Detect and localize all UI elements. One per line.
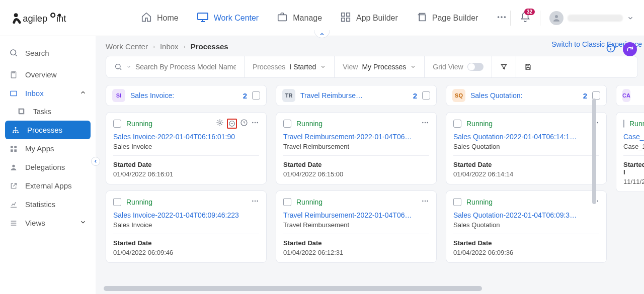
- sidebar-label: Processes: [27, 126, 62, 134]
- nav-app-builder[interactable]: App Builder: [340, 12, 398, 25]
- column-checkbox[interactable]: [252, 91, 260, 100]
- nav-page-builder[interactable]: Page Builder: [416, 12, 478, 25]
- filter-button[interactable]: [492, 56, 516, 77]
- column-header[interactable]: SI Sales Invoice: 2: [106, 85, 267, 106]
- column-badge: TR: [282, 89, 295, 102]
- save-button[interactable]: [516, 56, 540, 77]
- card-checkbox[interactable]: [453, 198, 461, 206]
- more-vertical-icon[interactable]: [251, 197, 259, 207]
- kanban-column: SQ Sales Quotation: 2 Running Sales Quot…: [446, 85, 607, 263]
- card-title[interactable]: Travel Reimbursement-2022-01-04T06…: [283, 133, 429, 141]
- process-card[interactable]: Running Travel Reimbursement-2022-01-04T…: [276, 190, 437, 263]
- process-card[interactable]: Running Case_1 Case_10 Started I 11/11/2: [616, 112, 644, 192]
- user-menu[interactable]: [549, 11, 634, 25]
- started-date-label: Started Date: [283, 161, 429, 168]
- column-count: 2: [583, 91, 587, 100]
- svg-rect-10: [347, 18, 350, 21]
- sidebar-item-external-apps[interactable]: External Apps: [0, 176, 96, 195]
- process-card[interactable]: Running Sales Invoice-2022-01-04T06:16:0…: [106, 112, 267, 184]
- sidebar-search[interactable]: Search: [0, 44, 96, 65]
- card-title[interactable]: Sales Quotation-2022-01-04T06:14:1…: [453, 133, 599, 141]
- process-card[interactable]: Running Travel Reimbursement-2022-01-04T…: [276, 112, 437, 184]
- nav-home[interactable]: Home: [141, 12, 179, 25]
- sidebar-item-overview[interactable]: Overview: [0, 65, 96, 84]
- svg-rect-26: [14, 146, 17, 148]
- sidebar-label: Inbox: [25, 89, 44, 97]
- card-subtitle: Sales Invoice: [113, 143, 259, 156]
- column-header[interactable]: CA Cas: [616, 85, 644, 106]
- toggle-switch[interactable]: [467, 63, 484, 71]
- column-checkbox[interactable]: [422, 91, 430, 100]
- started-date-value: 01/04/2022 06:15:00: [283, 170, 429, 178]
- search-icon: [9, 48, 18, 57]
- vertical-scrollbar[interactable]: [592, 99, 596, 249]
- sidebar-label: Overview: [25, 70, 57, 79]
- svg-point-13: [501, 16, 503, 18]
- sidebar-item-inbox[interactable]: Inbox: [0, 84, 96, 103]
- svg-point-44: [422, 201, 423, 202]
- notifications-button[interactable]: 32: [520, 12, 531, 25]
- nav-label: App Builder: [356, 14, 398, 23]
- started-date-value: 11/11/2: [623, 178, 644, 185]
- more-vertical-icon[interactable]: [251, 119, 259, 129]
- toolbar-search[interactable]: [106, 56, 244, 77]
- sidebar-item-views[interactable]: Views: [0, 214, 96, 232]
- card-checkbox[interactable]: [283, 198, 291, 206]
- crumb-inbox[interactable]: Inbox: [160, 42, 179, 51]
- sidebar-item-processes[interactable]: Processes: [5, 121, 91, 139]
- grid-view-toggle[interactable]: Grid View: [424, 56, 491, 77]
- flow-icon[interactable]: [216, 119, 224, 129]
- card-title[interactable]: Sales Invoice-2022-01-04T06:09:46:223: [113, 211, 259, 219]
- refresh-button[interactable]: [623, 42, 637, 56]
- svg-rect-28: [14, 149, 17, 152]
- card-checkbox[interactable]: [283, 120, 291, 128]
- history-icon[interactable]: [240, 119, 248, 129]
- svg-point-41: [422, 122, 423, 123]
- crumb-work-center[interactable]: Work Center: [106, 42, 148, 51]
- sidebar-label: Delegations: [25, 163, 65, 171]
- card-checkbox[interactable]: [113, 198, 121, 206]
- sidebar-label: Tasks: [33, 108, 51, 116]
- process-search-input[interactable]: [135, 63, 236, 71]
- card-checkbox[interactable]: [623, 120, 624, 128]
- sidebar-item-statistics[interactable]: Statistics: [0, 195, 96, 214]
- horizontal-scrollbar[interactable]: [104, 286, 644, 291]
- chevron-down-icon: [126, 64, 131, 69]
- column-title: Travel Reimburse…: [300, 91, 406, 100]
- card-title[interactable]: Case_1: [623, 133, 644, 141]
- suspend-button[interactable]: [227, 119, 237, 129]
- filter-view[interactable]: View My Processes: [334, 56, 424, 77]
- info-button[interactable]: [606, 43, 616, 55]
- nav-manage[interactable]: Manage: [277, 12, 322, 25]
- started-date-label: Started Date: [113, 239, 259, 247]
- chevron-down-icon: [410, 64, 416, 70]
- column-header[interactable]: SQ Sales Quotation: 2: [446, 85, 607, 106]
- nav-more[interactable]: [496, 12, 507, 25]
- started-date-label: Started Date: [113, 161, 259, 168]
- avatar: [549, 11, 564, 25]
- more-vertical-icon[interactable]: [421, 197, 429, 207]
- chevron-down-icon: [320, 64, 326, 70]
- list-icon: [9, 219, 18, 227]
- process-card[interactable]: Running Sales Quotation-2022-01-04T06:09…: [446, 190, 607, 263]
- sidebar-item-delegations[interactable]: Delegations: [0, 158, 96, 176]
- status-badge: Running: [466, 120, 493, 128]
- toggle-label: Grid View: [433, 63, 463, 71]
- nav-work-center[interactable]: Work Center: [197, 11, 259, 25]
- more-vertical-icon[interactable]: [421, 119, 429, 129]
- card-title[interactable]: Sales Quotation-2022-01-04T06:09:3…: [453, 211, 599, 219]
- column-header[interactable]: TR Travel Reimburse… 2: [276, 85, 437, 106]
- card-title[interactable]: Travel Reimbursement-2022-01-04T06…: [283, 211, 429, 219]
- sidebar-item-my-apps[interactable]: My Apps: [0, 139, 96, 158]
- card-checkbox[interactable]: [113, 120, 121, 128]
- svg-point-36: [255, 122, 256, 123]
- filter-processes[interactable]: Processes I Started: [244, 56, 334, 77]
- process-card[interactable]: Running Sales Invoice-2022-01-04T06:09:4…: [106, 190, 267, 263]
- person-icon: [552, 14, 561, 23]
- card-checkbox[interactable]: [453, 120, 461, 128]
- process-card[interactable]: Running Sales Quotation-2022-01-04T06:14…: [446, 112, 607, 184]
- sidebar-item-tasks[interactable]: Tasks: [0, 103, 96, 121]
- status-badge: Running: [126, 198, 152, 206]
- card-title[interactable]: Sales Invoice-2022-01-04T06:16:01:90: [113, 133, 259, 141]
- svg-point-14: [504, 16, 506, 18]
